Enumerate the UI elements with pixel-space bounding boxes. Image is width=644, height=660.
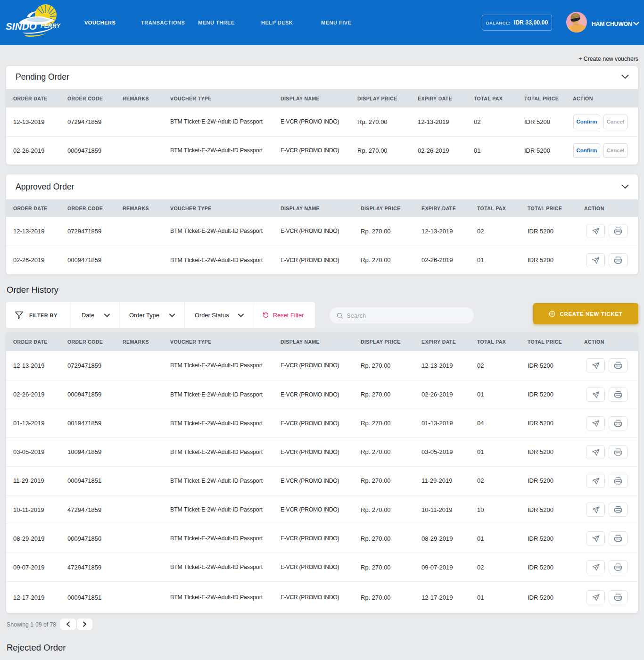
- svg-text:SINDO: SINDO: [6, 21, 37, 32]
- svg-text:FERRY: FERRY: [41, 23, 61, 29]
